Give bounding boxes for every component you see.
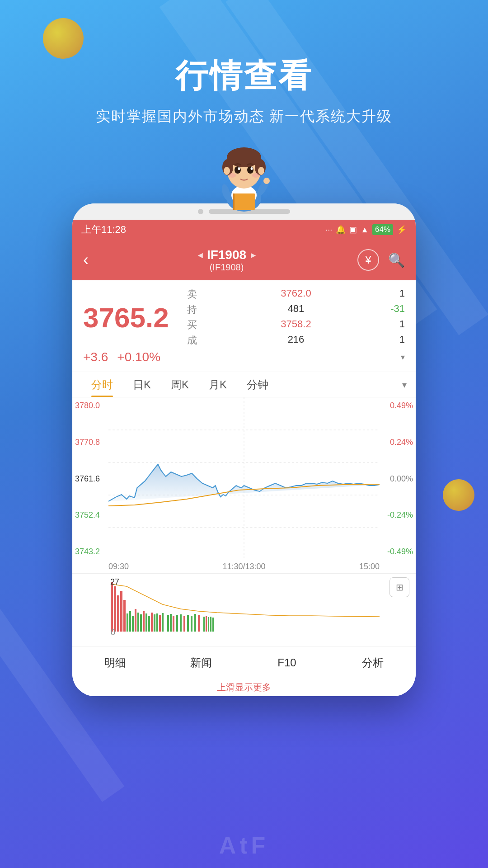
chart-type-icon[interactable]: ⊞	[389, 577, 409, 597]
chart-area: 3780.0 3770.8 3761.6 3752.4 3743.2	[72, 397, 416, 560]
tab-mingxi[interactable]: 明细	[72, 646, 158, 679]
tab-fenxi[interactable]: 分析	[330, 646, 416, 679]
hold-qty: 481	[260, 303, 333, 316]
tab-dayk[interactable]: 日K	[123, 372, 161, 397]
buy-qty: 1	[332, 318, 405, 332]
character-area	[0, 131, 488, 212]
nav-right-arrow[interactable]: ▸	[251, 250, 255, 260]
svg-rect-47	[180, 614, 182, 632]
search-icon[interactable]: 🔍	[388, 252, 405, 268]
signal-icon: ···	[325, 225, 332, 235]
svg-rect-35	[143, 611, 145, 632]
tab-f10[interactable]: F10	[244, 646, 330, 679]
svg-rect-31	[132, 616, 134, 632]
svg-rect-46	[176, 615, 178, 632]
svg-rect-25	[114, 586, 116, 632]
charging-icon: ⚡	[397, 225, 407, 235]
hero-subtitle: 实时掌握国内外市场动态 新一代系统大升级	[0, 107, 488, 127]
svg-rect-27	[120, 591, 122, 632]
svg-rect-45	[173, 616, 174, 632]
y-label-2: 3770.8	[75, 438, 106, 447]
svg-rect-55	[208, 617, 209, 632]
svg-rect-44	[170, 614, 172, 632]
wifi-icon: ▲	[361, 225, 369, 235]
svg-point-7	[258, 167, 264, 175]
price-detail-grid: 卖 3762.0 1 持 481 -31 买 3758.2 1 成 216 1	[187, 288, 405, 347]
svg-point-13	[252, 173, 259, 178]
nav-left-arrow[interactable]: ◂	[198, 250, 202, 260]
alarm-icon: 🔔	[336, 225, 346, 235]
tab-zhouk[interactable]: 周K	[161, 372, 199, 397]
tab-xinwen[interactable]: 新闻	[158, 646, 244, 679]
dropdown-arrow-icon: ▾	[401, 352, 405, 362]
sell-qty: 1	[332, 288, 405, 301]
svg-rect-15	[233, 193, 235, 210]
tab-fenshi[interactable]: 分时	[81, 372, 123, 397]
scroll-hint-text: 上滑显示更多	[217, 682, 271, 692]
back-button[interactable]: ‹	[83, 250, 89, 269]
trade-qty: 216	[260, 334, 333, 347]
svg-rect-34	[140, 614, 142, 632]
time-mid: 11:30/13:00	[222, 562, 265, 571]
svg-rect-29	[127, 613, 128, 632]
trade-label: 成	[187, 334, 260, 347]
nav-title-row: ◂ IF1908 ▸	[198, 248, 255, 262]
y-label-1: 3780.0	[75, 401, 106, 410]
sell-label: 卖	[187, 288, 260, 301]
character-illustration	[212, 136, 276, 212]
svg-rect-32	[135, 609, 136, 632]
status-icons: ··· 🔔 ▣ ▲ 64% ⚡	[325, 224, 407, 235]
svg-rect-26	[117, 595, 119, 632]
svg-rect-50	[191, 616, 192, 632]
chart-y-labels-left: 3780.0 3770.8 3761.6 3752.4 3743.2	[72, 397, 108, 560]
chart-tabs: 分时 日K 周K 月K 分钟 ▾	[72, 372, 416, 397]
pct-label-4: -0.24%	[382, 510, 413, 520]
svg-point-12	[229, 173, 236, 178]
volume-max-label: 27	[110, 577, 119, 587]
svg-rect-37	[148, 616, 150, 632]
svg-rect-33	[137, 613, 139, 632]
svg-rect-38	[151, 613, 153, 632]
volume-chart-svg: 0	[108, 577, 380, 636]
tab-yuek[interactable]: 月K	[199, 372, 237, 397]
chart-y-labels-right: 0.49% 0.24% 0.00% -0.24% -0.49%	[380, 397, 416, 560]
nav-subtitle: (IF1908)	[210, 262, 244, 273]
hold-label: 持	[187, 303, 260, 316]
price-chart-svg	[108, 397, 380, 560]
svg-rect-42	[162, 613, 164, 632]
main-price: 3765.2	[83, 302, 174, 334]
phone-body: 上午11:28 ··· 🔔 ▣ ▲ 64% ⚡ ‹ ◂ IF1908 ▸ (IF…	[72, 203, 416, 696]
svg-rect-14	[233, 193, 255, 210]
change-percent: +0.10%	[117, 350, 160, 364]
tab-more-icon[interactable]: ▾	[402, 379, 407, 390]
svg-point-6	[224, 167, 230, 175]
nav-title: IF1908	[207, 248, 246, 262]
atf-watermark: AtF	[219, 832, 269, 859]
svg-point-10	[238, 167, 240, 170]
pct-label-5: -0.49%	[382, 547, 413, 557]
svg-rect-24	[111, 582, 113, 632]
svg-point-9	[247, 166, 253, 174]
bottom-tabs: 明细 新闻 F10 分析	[72, 646, 416, 679]
buy-price: 3758.2	[260, 318, 333, 332]
status-time: 上午11:28	[81, 223, 126, 236]
svg-rect-40	[156, 613, 158, 632]
y-label-3: 3761.6	[75, 474, 106, 484]
svg-rect-43	[167, 615, 169, 632]
currency-button[interactable]: ¥	[357, 249, 379, 271]
trade-val: 1	[332, 334, 405, 347]
buy-label: 买	[187, 318, 260, 332]
chart-time-axis: 09:30 11:30/13:00 15:00	[72, 560, 416, 574]
svg-text:0: 0	[111, 628, 115, 636]
tab-fenzhong[interactable]: 分钟	[237, 372, 278, 397]
nav-bar: ‹ ◂ IF1908 ▸ (IF1908) ¥ 🔍	[72, 240, 416, 280]
price-section: 3765.2 卖 3762.0 1 持 481 -31 买 3758.2 1 成…	[72, 280, 416, 372]
main-chart	[108, 397, 380, 560]
svg-rect-52	[198, 615, 200, 632]
sell-price: 3762.0	[260, 288, 333, 301]
time-start: 09:30	[108, 562, 129, 571]
svg-rect-41	[159, 615, 161, 632]
svg-rect-57	[212, 618, 214, 632]
svg-rect-53	[203, 617, 205, 632]
phone-mockup: 上午11:28 ··· 🔔 ▣ ▲ 64% ⚡ ‹ ◂ IF1908 ▸ (IF…	[0, 203, 488, 696]
